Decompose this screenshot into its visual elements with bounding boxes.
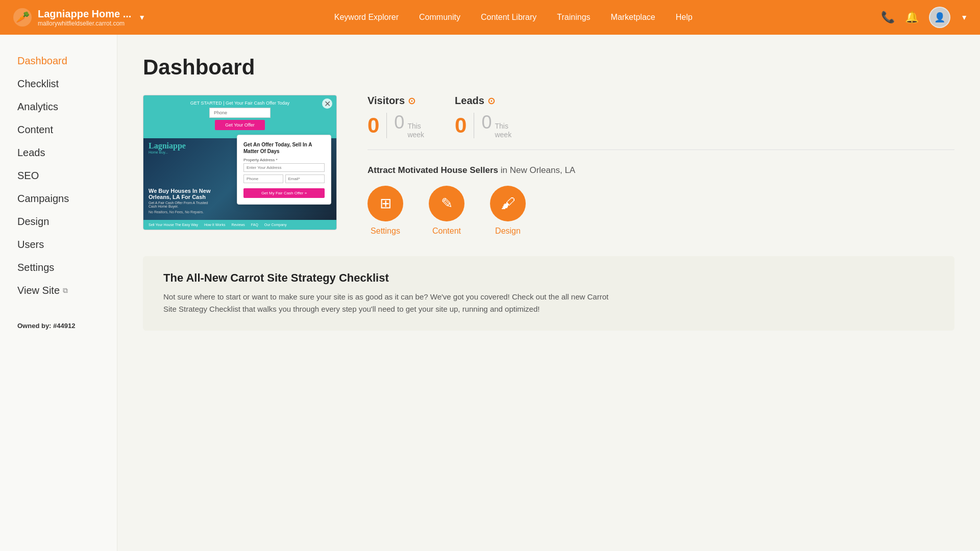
sidebar-item-checklist[interactable]: Checklist (10, 73, 107, 95)
nav-trainings[interactable]: Trainings (557, 13, 590, 22)
attract-design-label: Design (495, 227, 521, 236)
preview-footer: Sell Your House The Easy Way How It Work… (143, 220, 336, 230)
attract-section: Attract Motivated House Sellers in New O… (368, 165, 954, 236)
nav-help[interactable]: Help (676, 13, 693, 22)
leads-stat: Leads ⊙ 0 0 Thisweek (455, 95, 511, 139)
user-avatar[interactable]: 👤 (929, 7, 950, 28)
preview-get-offer-button[interactable]: Get Your Offer (215, 120, 264, 130)
preview-logo-sub: Home Buy... (149, 151, 186, 154)
preview-modal-title: Get An Offer Today, Sell In A Matter Of … (243, 141, 325, 155)
attract-title: Attract Motivated House Sellers in New O… (368, 165, 954, 176)
settings-circle-icon: ⊞ (368, 186, 403, 221)
nav-content-library[interactable]: Content Library (481, 13, 536, 22)
stats-row: Visitors ⊙ 0 0 Thisweek (368, 95, 954, 150)
nav-community[interactable]: Community (419, 13, 460, 22)
attract-settings-label: Settings (371, 227, 400, 236)
attract-item-design[interactable]: 🖌 Design (490, 186, 526, 236)
attract-icons: ⊞ Settings ✎ Content 🖌 Design (368, 186, 954, 236)
logo-subtitle: mallorywhitfieldseller.carrot.com (38, 20, 131, 27)
visitors-this-week-label: Thisweek (407, 122, 424, 139)
user-dropdown-arrow[interactable]: ▼ (961, 13, 968, 21)
notification-bell-icon[interactable]: 🔔 (905, 11, 919, 24)
design-circle-icon: 🖌 (490, 186, 526, 221)
preview-hero-note: No Realtors, No Fees, No Repairs. (149, 210, 210, 214)
header-actions: 📞 🔔 👤 ▼ (881, 7, 968, 28)
logo[interactable]: 🥕 Lagniappe Home ... mallorywhitfieldsel… (12, 7, 145, 28)
preview-close-button[interactable]: ✕ (322, 98, 332, 109)
sidebar-item-view-site[interactable]: View Site ⧉ (10, 280, 107, 302)
preview-modal-email-input[interactable] (285, 174, 325, 183)
visitors-label: Visitors (368, 95, 405, 107)
sidebar-item-content[interactable]: Content (10, 119, 107, 141)
preview-logo: Lagniappe (149, 141, 186, 151)
sidebar-item-analytics[interactable]: Analytics (10, 96, 107, 118)
attract-content-label: Content (432, 227, 461, 236)
svg-text:🥕: 🥕 (16, 10, 30, 24)
sidebar-item-users[interactable]: Users (10, 234, 107, 256)
sidebar-item-design[interactable]: Design (10, 211, 107, 233)
visitors-count: 0 (368, 115, 379, 136)
sidebar: Dashboard Checklist Analytics Content Le… (0, 35, 117, 551)
phone-icon[interactable]: 📞 (881, 11, 895, 24)
content-circle-icon: ✎ (429, 186, 464, 221)
checklist-description: Not sure where to start or want to make … (163, 291, 623, 315)
leads-this-week-count: 0 (481, 112, 492, 133)
attract-item-settings[interactable]: ⊞ Settings (368, 186, 403, 236)
visitors-divider (386, 113, 387, 138)
view-site-label: View Site (17, 285, 60, 296)
nav-keyword-explorer[interactable]: Keyword Explorer (334, 13, 399, 22)
header: 🥕 Lagniappe Home ... mallorywhitfieldsel… (0, 0, 980, 35)
attract-item-content[interactable]: ✎ Content (429, 186, 464, 236)
preview-hero-subtext: Get A Fair Cash Offer From A TrustedCash… (149, 201, 210, 208)
leads-divider (474, 113, 474, 138)
visitors-stat: Visitors ⊙ 0 0 Thisweek (368, 95, 424, 139)
stats-section: Visitors ⊙ 0 0 Thisweek (368, 95, 954, 236)
preview-modal-submit-button[interactable]: Get My Fair Cash Offer » (243, 188, 325, 198)
sidebar-item-leads[interactable]: Leads (10, 142, 107, 164)
sidebar-item-campaigns[interactable]: Campaigns (10, 188, 107, 210)
owned-by: Owned by: #44912 (10, 317, 107, 335)
preview-phone-input[interactable] (209, 108, 271, 118)
preview-modal-phone-input[interactable] (243, 174, 283, 183)
leads-arrow-icon[interactable]: ⊙ (487, 95, 495, 107)
preview-hero: Lagniappe Home Buy... 504-555-5555 GET Y… (143, 138, 336, 220)
checklist-section: The All-New Carrot Site Strategy Checkli… (143, 256, 954, 331)
checklist-title: The All-New Carrot Site Strategy Checkli… (163, 271, 934, 285)
preview-modal-address-input[interactable] (243, 163, 325, 172)
leads-count: 0 (455, 115, 467, 136)
carrot-logo-icon: 🥕 (12, 7, 33, 28)
nav-marketplace[interactable]: Marketplace (611, 13, 655, 22)
logo-title: Lagniappe Home ... (38, 8, 131, 20)
site-preview[interactable]: GET STARTED | Get Your Fair Cash Offer T… (143, 95, 337, 230)
logo-dropdown-arrow[interactable]: ▼ (138, 13, 145, 21)
preview-top-bar: GET STARTED | Get Your Fair Cash Offer T… (143, 95, 336, 138)
preview-modal-address-label: Property Address * (243, 158, 325, 162)
main-nav: Keyword Explorer Community Content Libra… (145, 13, 881, 22)
sidebar-item-settings[interactable]: Settings (10, 257, 107, 279)
external-link-icon: ⧉ (63, 286, 68, 295)
preview-modal: Get An Offer Today, Sell In A Matter Of … (237, 135, 331, 205)
visitors-arrow-icon[interactable]: ⊙ (408, 95, 415, 107)
page-title: Dashboard (143, 55, 954, 80)
dashboard-top-section: GET STARTED | Get Your Fair Cash Offer T… (143, 95, 954, 236)
leads-this-week-label: Thisweek (495, 122, 511, 139)
leads-label: Leads (455, 95, 484, 107)
sidebar-item-seo[interactable]: SEO (10, 165, 107, 187)
sidebar-item-dashboard[interactable]: Dashboard (10, 50, 107, 72)
preview-hero-headline: We Buy Houses In NewOrleans, LA For Cash (149, 188, 210, 200)
preview-hero-content: We Buy Houses In NewOrleans, LA For Cash… (149, 188, 210, 214)
visitors-this-week-count: 0 (394, 112, 404, 133)
page-layout: Dashboard Checklist Analytics Content Le… (0, 0, 980, 551)
main-content: Dashboard GET STARTED | Get Your Fair Ca… (117, 35, 980, 551)
